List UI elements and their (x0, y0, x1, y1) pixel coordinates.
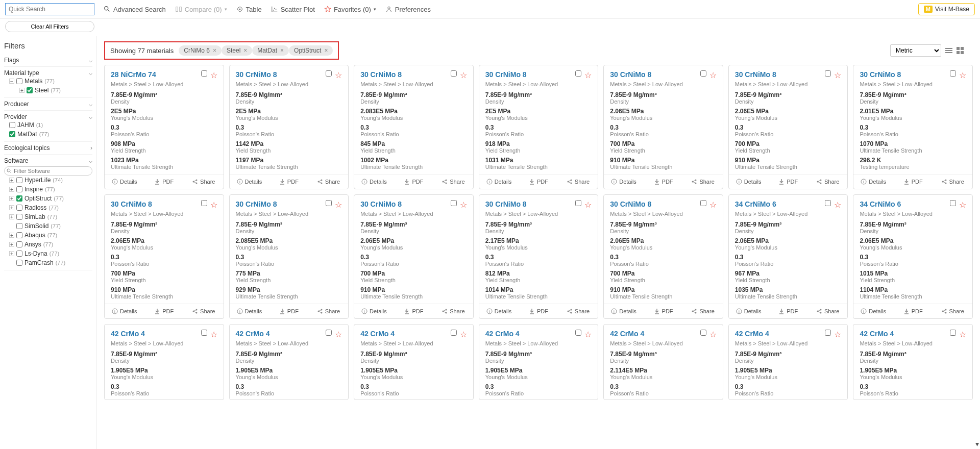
favorite-star-icon[interactable]: ☆ (460, 200, 467, 210)
scroll-down-icon[interactable]: ▾ (975, 440, 979, 448)
tree-item-ansys[interactable]: +Ansys(77) (4, 240, 92, 249)
compare-checkbox[interactable] (326, 70, 332, 77)
compare-checkbox[interactable] (700, 200, 706, 206)
favorite-star-icon[interactable]: ☆ (460, 330, 467, 339)
remove-chip-icon[interactable]: × (324, 47, 328, 54)
favorite-star-icon[interactable]: ☆ (834, 200, 841, 210)
software-checkbox[interactable] (16, 195, 22, 202)
material-title[interactable]: 30 CrNiMo 8 (236, 70, 323, 79)
collapse-icon[interactable]: − (9, 79, 14, 84)
material-title[interactable]: 42 CrMo 4 (735, 330, 822, 338)
tree-item-steel[interactable]: +Steel(77) (4, 86, 92, 95)
compare-checkbox[interactable] (451, 330, 457, 336)
pdf-button[interactable]: PDF (519, 304, 558, 318)
expand-icon[interactable]: + (9, 196, 14, 201)
tree-item-ls-dyna[interactable]: +Ls-Dyna(77) (4, 249, 92, 258)
material-title[interactable]: 30 CrNiMo 8 (111, 200, 198, 208)
favorite-star-icon[interactable]: ☆ (210, 330, 217, 339)
details-button[interactable]: iDetails (729, 174, 769, 189)
details-button[interactable]: iDetails (354, 174, 394, 189)
table-view-link[interactable]: Table (236, 6, 262, 13)
share-button[interactable]: Share (558, 304, 598, 318)
compare-checkbox[interactable] (950, 200, 956, 206)
compare-checkbox[interactable] (700, 70, 706, 77)
material-title[interactable]: 42 CrMo 4 (610, 330, 697, 338)
material-title[interactable]: 30 CrNiMo 8 (610, 200, 697, 208)
compare-checkbox[interactable] (950, 70, 956, 77)
software-checkbox[interactable] (16, 223, 22, 229)
tree-item-radioss[interactable]: +Radioss(77) (4, 203, 92, 212)
matdat-checkbox[interactable] (9, 131, 15, 137)
favorite-star-icon[interactable]: ☆ (709, 70, 717, 80)
software-checkbox[interactable] (16, 214, 22, 220)
metals-checkbox[interactable] (16, 78, 22, 84)
pdf-button[interactable]: PDF (644, 304, 683, 318)
compare-checkbox[interactable] (950, 330, 956, 336)
material-title[interactable]: 34 CrNiMo 6 (860, 200, 947, 208)
compare-checkbox[interactable] (326, 200, 332, 206)
scatter-plot-link[interactable]: Scatter Plot (271, 6, 315, 13)
material-title[interactable]: 42 CrMo 4 (111, 330, 198, 338)
share-button[interactable]: Share (808, 304, 848, 318)
expand-icon[interactable]: + (9, 187, 14, 192)
share-button[interactable]: Share (184, 304, 224, 318)
pdf-button[interactable]: PDF (519, 174, 558, 189)
software-checkbox[interactable] (16, 260, 22, 266)
filter-chip[interactable]: MatDat × (252, 45, 289, 56)
filter-group-software[interactable]: Software⌵ (4, 157, 92, 164)
favorite-star-icon[interactable]: ☆ (584, 200, 592, 210)
material-title[interactable]: 30 CrNiMo 8 (485, 200, 573, 208)
filter-group-flags[interactable]: Flags⌵ (4, 57, 92, 64)
share-button[interactable]: Share (309, 174, 349, 189)
software-checkbox[interactable] (16, 177, 22, 183)
software-checkbox[interactable] (16, 232, 22, 238)
preferences-link[interactable]: Preferences (385, 6, 431, 13)
expand-icon[interactable]: + (9, 214, 14, 219)
tree-item-metals[interactable]: −Metals(77) (4, 77, 92, 86)
favorite-star-icon[interactable]: ☆ (709, 330, 717, 339)
share-button[interactable]: Share (184, 174, 224, 189)
pdf-button[interactable]: PDF (893, 174, 933, 189)
share-button[interactable]: Share (433, 174, 473, 189)
remove-chip-icon[interactable]: × (213, 47, 216, 54)
favorite-star-icon[interactable]: ☆ (210, 200, 217, 210)
compare-checkbox[interactable] (201, 330, 207, 336)
visit-mbase-button[interactable]: MVisit M-Base (918, 3, 975, 15)
remove-chip-icon[interactable]: × (280, 47, 284, 54)
filter-chip[interactable]: OptiStruct × (289, 45, 333, 56)
compare-link[interactable]: Compare (0) ▾ (175, 6, 227, 13)
material-title[interactable]: 28 NiCrMo 74 (111, 70, 198, 79)
compare-checkbox[interactable] (201, 200, 207, 206)
material-title[interactable]: 30 CrNiMo 8 (485, 70, 573, 79)
material-title[interactable]: 42 CrMo 4 (236, 330, 323, 338)
filter-chip[interactable]: CrNiMo 6 × (179, 45, 222, 56)
compare-checkbox[interactable] (825, 70, 831, 77)
details-button[interactable]: iDetails (105, 304, 144, 318)
favorite-star-icon[interactable]: ☆ (959, 200, 966, 210)
compare-checkbox[interactable] (575, 70, 581, 77)
favorite-star-icon[interactable]: ☆ (959, 330, 966, 339)
remove-chip-icon[interactable]: × (243, 47, 247, 54)
tree-item-jahm[interactable]: JAHM(1) (4, 120, 92, 130)
filter-group-material-type[interactable]: Material type⌵ (4, 69, 92, 77)
favorite-star-icon[interactable]: ☆ (335, 200, 342, 210)
tree-item-simlab[interactable]: +SimLab(77) (4, 212, 92, 221)
pdf-button[interactable]: PDF (269, 304, 309, 318)
share-button[interactable]: Share (683, 174, 723, 189)
material-title[interactable]: 30 CrNiMo 8 (610, 70, 697, 79)
quick-search-input[interactable] (5, 3, 94, 15)
pdf-button[interactable]: PDF (893, 304, 933, 318)
material-title[interactable]: 42 CrMo 4 (860, 330, 947, 338)
tree-item-simsolid[interactable]: SimSolid(77) (4, 221, 92, 231)
pdf-button[interactable]: PDF (768, 174, 808, 189)
material-title[interactable]: 30 CrNiMo 8 (360, 70, 448, 79)
favorite-star-icon[interactable]: ☆ (834, 330, 841, 339)
material-title[interactable]: 30 CrNiMo 8 (360, 200, 448, 208)
jahm-checkbox[interactable] (9, 122, 15, 128)
filter-group-eco[interactable]: Ecological topics› (4, 144, 92, 152)
advanced-search-link[interactable]: Advanced Search (104, 6, 166, 13)
tree-item-pamcrash[interactable]: PamCrash(77) (4, 258, 92, 267)
share-button[interactable]: Share (933, 304, 972, 318)
clear-all-filters-button[interactable]: Clear All Filters (5, 21, 94, 32)
compare-checkbox[interactable] (825, 200, 831, 206)
